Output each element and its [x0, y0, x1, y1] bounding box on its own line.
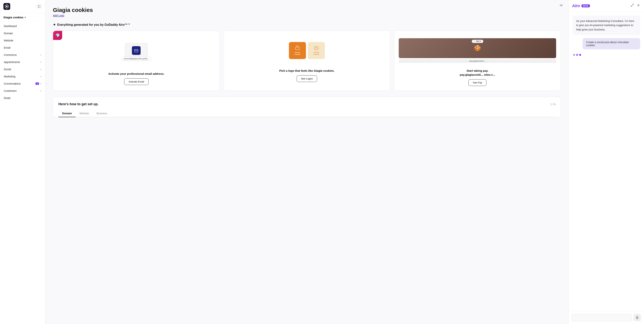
airo-panel: Airo BETA As your Advanced Marketing C: [568, 0, 644, 324]
logo-card-image: Gia GiaCookies Gia GiaCookies: [228, 35, 386, 66]
brand-name-item[interactable]: Giagia cookies ▾: [0, 13, 45, 22]
sidebar-item-label-conversations: Conversations: [4, 82, 21, 85]
sidebar-item-dashboard[interactable]: Dashboard: [0, 23, 45, 30]
pay-card-image: 🍪 ✓ $42.0 pay.giagiacookies...: [399, 35, 556, 66]
pay-card: 🍪 ✓ $42.0 pay.giagiacookies... Start tak…: [394, 31, 561, 91]
brand-chevron-icon: ▾: [24, 16, 26, 19]
sidebar-item-left-commerce: Commerce: [4, 53, 17, 56]
sidebar-item-conversations[interactable]: Conversations 1▾: [0, 80, 45, 87]
sidebar-item-label-website: Website: [4, 39, 13, 42]
setup-tabs: DomainWebsiteBusiness: [58, 110, 555, 117]
sidebar-item-label-commerce: Commerce: [4, 53, 17, 56]
sidebar-item-badge-conversations: 1: [35, 82, 39, 85]
sidebar-item-domain[interactable]: Domain: [0, 30, 45, 37]
airo-assistant-message: As your Advanced Marketing Consultant, I…: [572, 16, 640, 35]
sidebar-item-label-appointments: Appointments: [4, 61, 20, 64]
sidebar-item-appointments[interactable]: Appointments ▾: [0, 59, 45, 66]
pay-card-title: Start taking pay.pay.giagiacooki... site…: [460, 69, 495, 77]
activate-email-button[interactable]: Activate Email: [124, 78, 148, 85]
airo-chat-input[interactable]: [572, 314, 632, 321]
sidebar-item-website[interactable]: Website: [0, 37, 45, 44]
app-logo: [4, 3, 10, 10]
svg-rect-4: [134, 49, 138, 52]
sidebar-item-social[interactable]: Social ▾: [0, 66, 45, 73]
sidebar-item-label-domain: Domain: [4, 32, 13, 35]
svg-point-7: [316, 48, 316, 48]
typing-dot-1: [573, 54, 575, 56]
add-logo-link[interactable]: Add Logo: [53, 14, 561, 17]
sidebar-item-left-marketing: Marketing: [4, 75, 15, 78]
email-tooltip: dionysia@giagiacookies.godad...: [122, 57, 151, 60]
sidebar-item-customers[interactable]: Customers ▾: [0, 87, 45, 94]
airo-body: As your Advanced Marketing Consultant, I…: [568, 12, 644, 311]
sidebar-item-email[interactable]: Email: [0, 44, 45, 51]
topbar-greeting: Hi: [560, 4, 562, 7]
sidebar-item-label-customers: Customers: [4, 89, 17, 92]
email-card: 💎 dionysia@giagiacookies.godad... Activa…: [53, 31, 220, 91]
setup-tab-business[interactable]: Business: [93, 110, 111, 117]
sidebar-item-label-deals: Deals: [4, 96, 10, 100]
sidebar-item-chevron-marketing: ▾: [40, 75, 42, 78]
sidebar-item-chevron-customers: ▾: [40, 90, 42, 92]
logo-mockup: Gia GiaCookies Gia GiaCookies: [228, 42, 386, 59]
svg-rect-2: [38, 5, 40, 8]
topbar: Hi: [91, 0, 568, 11]
svg-rect-14: [637, 316, 638, 318]
generated-banner: ✦ Everything generated for you by GoDadd…: [53, 23, 561, 27]
airo-brand: Airo BETA: [572, 4, 590, 8]
setup-title: Here's how to get set up.: [58, 102, 98, 106]
svg-point-6: [314, 46, 318, 50]
see-logos-button[interactable]: See Logos: [297, 75, 317, 82]
airo-header: Airo BETA: [568, 0, 644, 12]
sidebar: Giagia cookies ▾ Dashboard Domain Websit…: [0, 0, 45, 324]
pay-price-badge: ✓ $42.0: [472, 40, 483, 43]
sidebar-item-label-dashboard: Dashboard: [4, 25, 17, 28]
sidebar-item-label-marketing: Marketing: [4, 75, 15, 78]
setup-header: Here's how to get set up. 1 / 9: [58, 102, 555, 106]
sidebar-item-left-deals: Deals: [4, 96, 10, 100]
sidebar-item-label-email: Email: [4, 46, 10, 49]
sidebar-item-left-customers: Customers: [4, 89, 17, 92]
sparkle-icon: ✦: [53, 23, 56, 27]
see-pay-button[interactable]: See Pay: [468, 79, 486, 86]
sidebar-item-left-appointments: Appointments: [4, 61, 20, 64]
sidebar-item-left-email: Email: [4, 46, 10, 49]
airo-mic-button[interactable]: [634, 314, 641, 321]
sidebar-nav: Dashboard Domain Website Email Commerce …: [0, 22, 45, 102]
typing-dot-3: [579, 54, 581, 56]
airo-beta-badge: BETA: [582, 4, 590, 7]
sidebar-item-left-domain: Domain: [4, 32, 13, 35]
sidebar-item-chevron-social: ▾: [40, 68, 42, 71]
airo-footer: [568, 311, 644, 324]
sidebar-item-chevron-appointments: ▾: [40, 61, 42, 63]
airo-header-actions: [630, 3, 640, 9]
setup-tab-website[interactable]: Website: [76, 110, 92, 117]
sidebar-item-left-social: Social: [4, 68, 11, 71]
setup-progress: 1 / 9: [550, 103, 555, 106]
logo-tile-orange: Gia GiaCookies: [289, 42, 306, 59]
airo-minimize-button[interactable]: [630, 3, 634, 9]
airo-close-button[interactable]: [636, 3, 640, 9]
svg-point-9: [317, 48, 318, 49]
sidebar-item-marketing[interactable]: Marketing ▾: [0, 73, 45, 80]
main-content: Giagia cookies Add Logo ✦ Everything gen…: [45, 0, 568, 324]
airo-typing-indicator: [572, 52, 640, 57]
generated-banner-text: Everything generated for you by GoDaddy …: [57, 23, 130, 27]
sidebar-item-left-website: Website: [4, 39, 13, 42]
brand-name-label: Giagia cookies: [4, 16, 24, 19]
collapse-sidebar-button[interactable]: [36, 4, 42, 9]
sidebar-item-chevron-conversations: ▾: [40, 83, 42, 85]
sidebar-item-left-conversations: Conversations: [4, 82, 21, 85]
sidebar-item-label-social: Social: [4, 68, 11, 71]
svg-point-8: [316, 47, 317, 48]
sidebar-item-commerce[interactable]: Commerce ▾: [0, 51, 45, 59]
sidebar-item-left-dashboard: Dashboard: [4, 25, 17, 28]
feature-cards-row: 💎 dionysia@giagiacookies.godad... Activa…: [53, 31, 561, 91]
email-card-title: Activate your professional email address…: [108, 72, 164, 76]
setup-section: Here's how to get set up. 1 / 9 DomainWe…: [53, 97, 561, 117]
airo-user-message: Create a social post about chocolate coo…: [582, 38, 640, 49]
svg-point-1: [6, 6, 8, 7]
logo-card: Gia GiaCookies Gia GiaCookies Pick a log…: [224, 31, 390, 91]
sidebar-item-deals[interactable]: Deals: [0, 94, 45, 102]
setup-tab-domain[interactable]: Domain: [58, 110, 76, 117]
